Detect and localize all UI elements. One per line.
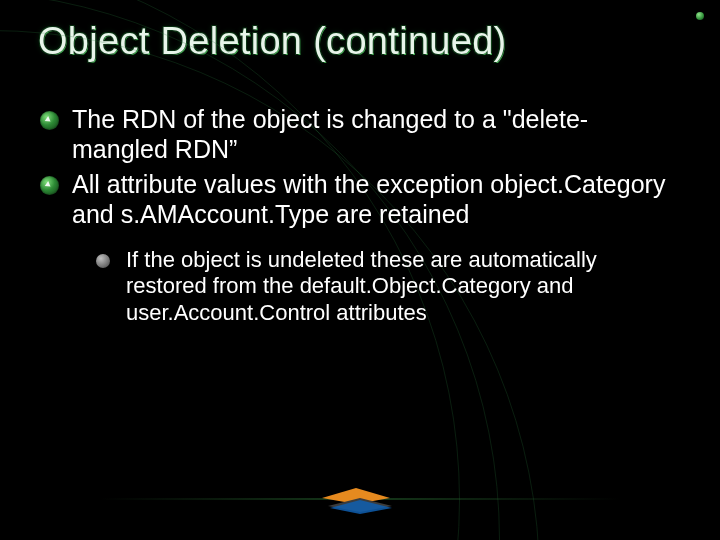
slide-title: Object Deletion (continued) (38, 20, 682, 63)
bullet-list: The RDN of the object is changed to a "d… (38, 105, 682, 326)
corner-dot-icon (696, 12, 704, 20)
slide: Object Deletion (continued) The RDN of t… (0, 0, 720, 540)
bullet-text: All attribute values with the exception … (72, 170, 665, 228)
chevron-logo-icon (316, 484, 404, 518)
bullet-item: All attribute values with the exception … (38, 170, 682, 326)
bullet-text: The RDN of the object is changed to a "d… (72, 105, 588, 163)
bullet-item: The RDN of the object is changed to a "d… (38, 105, 682, 164)
sub-bullet-text: If the object is undeleted these are aut… (126, 247, 597, 325)
sub-bullet-item: If the object is undeleted these are aut… (96, 247, 682, 326)
svg-marker-2 (330, 500, 392, 514)
footer-logo (300, 484, 420, 518)
sub-bullet-list: If the object is undeleted these are aut… (72, 247, 682, 326)
